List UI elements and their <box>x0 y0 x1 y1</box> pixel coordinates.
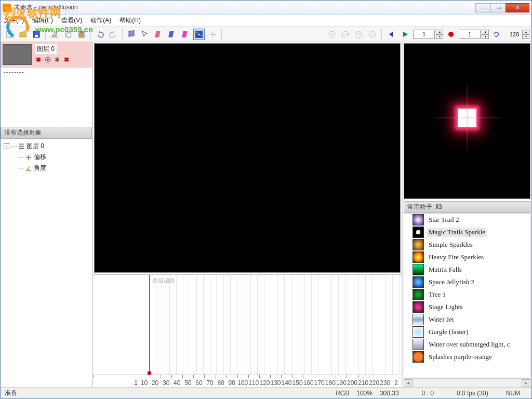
svg-point-19 <box>356 31 362 37</box>
frame-end-input[interactable] <box>459 30 481 39</box>
record-button[interactable] <box>445 29 457 40</box>
scroll-left-icon[interactable]: ◂ <box>404 379 413 387</box>
library-item-label: Tree 1 <box>427 290 447 299</box>
titlebar: 未命名 - particleIllusion — ▭ ✕ <box>1 1 531 15</box>
svg-point-14 <box>198 33 200 35</box>
open-button[interactable] <box>17 29 29 40</box>
library-item-label: Water over submerged light, c <box>427 340 511 349</box>
maximize-button[interactable]: ▭ <box>490 3 506 12</box>
svg-rect-6 <box>67 33 71 37</box>
library-item-label: Splashes purple-orange <box>427 352 494 362</box>
selection-header: 没有选择对象 <box>1 127 92 139</box>
library-item[interactable]: Water Jet <box>404 313 530 326</box>
status-coords: 300,33 <box>380 390 399 397</box>
layer-panel[interactable]: 图层 0 ✖ ✱ ✖ <box>1 42 92 68</box>
layer-delete2-icon[interactable]: ✖ <box>63 56 70 63</box>
library-item[interactable]: Magic Trails Sparkle <box>404 226 530 238</box>
menubar: 文件(F) 编辑(E) 查看(V) 动作(A) 帮助(H) <box>1 15 531 26</box>
particle-preview-icon <box>458 109 476 127</box>
library-item[interactable]: Matrix Falls <box>404 263 530 276</box>
frame-end-stepper[interactable]: ▴▾ <box>482 30 489 39</box>
library-item[interactable]: Water over submerged light, c <box>404 338 530 351</box>
frame-start-stepper[interactable]: ▴▾ <box>436 30 443 39</box>
nav-up-button[interactable] <box>353 29 365 40</box>
library-item[interactable]: Heavy Fire Sparkles <box>404 251 530 263</box>
svg-rect-12 <box>182 31 188 37</box>
svg-point-17 <box>329 31 335 37</box>
goto-start-button[interactable] <box>385 29 396 40</box>
menu-view[interactable]: 查看(V) <box>61 16 82 25</box>
status-num: NUM <box>506 390 520 397</box>
playhead[interactable] <box>149 275 150 375</box>
library-item[interactable]: Stage Lights <box>404 301 530 313</box>
redo-button[interactable] <box>108 29 119 40</box>
status-fps: 0.0 fps (30) <box>457 390 488 397</box>
library-item-label: Heavy Fire Sparkles <box>427 252 485 262</box>
menu-action[interactable]: 动作(A) <box>90 16 111 25</box>
loop-button[interactable] <box>491 29 502 40</box>
particle-library[interactable]: Star Trail 2Magic Trails SparkleSimple S… <box>404 213 530 378</box>
library-item[interactable]: Space Jellyfish 2 <box>404 276 530 288</box>
library-item-label: Simple Sparkles <box>427 240 474 249</box>
paste-button[interactable] <box>76 29 87 40</box>
statusbar: 准备 RGB 100% 300,33 0 : 0 0.0 fps (30) NU… <box>1 387 531 398</box>
timeline[interactable]: 图层偏移 11020304050607080901001101201301401… <box>93 274 402 387</box>
svg-rect-2 <box>35 35 38 37</box>
library-item[interactable]: Simple Sparkles <box>404 238 530 251</box>
library-item[interactable]: Gurgle (faster) <box>404 326 530 338</box>
app-icon <box>3 4 11 12</box>
emitter-pink-tool[interactable] <box>153 29 164 40</box>
nav-next-button[interactable] <box>367 29 378 40</box>
new-button[interactable] <box>4 29 15 40</box>
layer-name[interactable]: 图层 0 <box>35 44 57 54</box>
library-item-label: Gurgle (faster) <box>427 327 470 337</box>
preview-canvas[interactable] <box>404 43 530 199</box>
library-thumb-icon <box>413 214 424 225</box>
tree-offset[interactable]: ⋯偏移 <box>4 152 89 163</box>
undo-button[interactable] <box>94 29 105 40</box>
library-item[interactable]: Tree 1 <box>404 288 530 301</box>
layer-thumbnail[interactable] <box>3 44 32 65</box>
force-tool[interactable] <box>207 29 218 40</box>
menu-edit[interactable]: 编辑(E) <box>32 16 53 25</box>
select-tool[interactable] <box>139 29 151 40</box>
library-thumb-icon <box>413 239 424 250</box>
library-item[interactable]: Splashes purple-orange <box>404 351 530 363</box>
cut-button[interactable] <box>49 29 60 40</box>
layer-delete-icon[interactable]: ✖ <box>35 56 42 63</box>
svg-rect-8 <box>80 31 83 33</box>
svg-point-22 <box>47 59 49 61</box>
stage-canvas[interactable] <box>94 43 401 273</box>
status-mode: RGB <box>336 390 349 397</box>
library-item[interactable]: Star Trail 2 <box>404 214 530 226</box>
emitter-blue-tool[interactable] <box>166 29 178 40</box>
layer-gear-icon[interactable]: ✱ <box>54 56 61 63</box>
library-hscroll[interactable]: ◂ ▸ <box>404 378 530 387</box>
menu-help[interactable]: 帮助(H) <box>119 16 141 25</box>
save-button[interactable] <box>31 29 42 40</box>
library-thumb-icon <box>413 301 424 313</box>
toolbar: ▴▾ ▴▾ 120 ▴▾ <box>1 26 531 42</box>
minimize-button[interactable]: — <box>475 3 491 12</box>
layer-tool[interactable] <box>126 29 137 40</box>
menu-file[interactable]: 文件(F) <box>4 16 24 25</box>
scroll-right-icon[interactable]: ▸ <box>522 379 530 387</box>
particle-tool[interactable] <box>193 29 205 40</box>
close-button[interactable]: ✕ <box>506 3 529 12</box>
nav-first-button[interactable] <box>326 29 338 40</box>
frame-start-input[interactable] <box>413 30 435 39</box>
frame-total-stepper[interactable]: ▴▾ <box>522 30 529 39</box>
layer-target-icon[interactable] <box>44 56 51 63</box>
play-button[interactable] <box>400 29 411 40</box>
copy-button[interactable] <box>62 29 74 40</box>
nav-prev-button[interactable] <box>340 29 351 40</box>
emitter-magenta-tool[interactable] <box>180 29 191 40</box>
status-ratio: 0 : 0 <box>422 390 434 397</box>
library-item-label: Magic Trails Sparkle <box>427 228 487 237</box>
library-item-label: Stage Lights <box>427 302 464 312</box>
library-thumb-icon <box>413 251 424 263</box>
tree-angle[interactable]: ⋯角度 <box>4 163 89 174</box>
tree-root[interactable]: −⋯☰图层 0 <box>4 141 89 152</box>
timeline-ruler[interactable]: 1102030405060708090100110120130140150160… <box>93 375 402 387</box>
library-item-label: Matrix Falls <box>427 265 463 274</box>
